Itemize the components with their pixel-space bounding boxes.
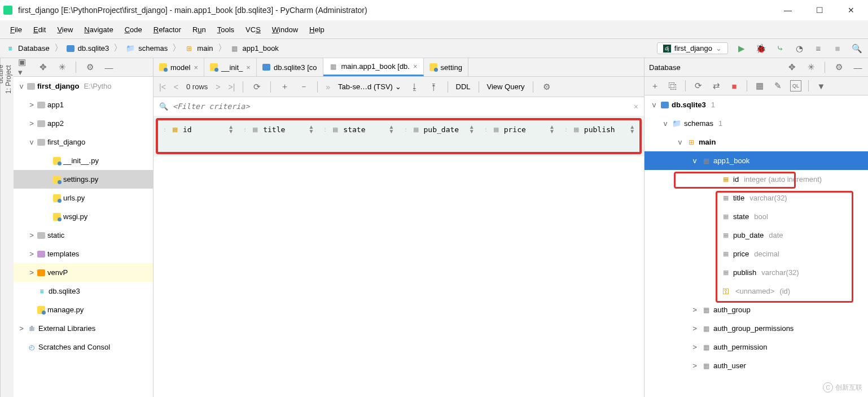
db-column-price[interactable]: pricedecimal bbox=[645, 245, 868, 263]
sort-icon[interactable]: ▲▼ bbox=[228, 125, 234, 134]
tab-setting[interactable]: setting bbox=[424, 58, 468, 76]
ddl-button[interactable]: DDL bbox=[456, 82, 471, 91]
close-tab-icon[interactable]: × bbox=[413, 62, 418, 71]
schemas-node[interactable]: vschemas1 bbox=[645, 114, 868, 133]
menu-code[interactable]: Code bbox=[119, 25, 148, 34]
sort-icon[interactable]: ▲▼ bbox=[389, 125, 394, 134]
stop-button[interactable]: ■ bbox=[832, 43, 843, 54]
edit-button[interactable]: ✎ bbox=[772, 80, 783, 91]
debug-button[interactable]: 🐞 bbox=[755, 43, 766, 54]
project-view-dropdown[interactable]: ▣ ▾ bbox=[18, 62, 29, 73]
tree-node-db-sqlite3[interactable]: db.sqlite3 bbox=[14, 282, 153, 300]
close-button[interactable]: ✕ bbox=[841, 2, 861, 18]
new-datasource-button[interactable]: ＋ bbox=[649, 80, 660, 91]
menu-refactor[interactable]: Refactor bbox=[148, 25, 187, 34]
filter-icon[interactable]: ▼ bbox=[816, 80, 827, 91]
filter-input[interactable] bbox=[173, 102, 629, 111]
menu-edit[interactable]: Edit bbox=[28, 25, 51, 34]
menu-navigate[interactable]: Navigate bbox=[78, 25, 119, 34]
project-root[interactable]: v first_django E:\Pytho bbox=[14, 77, 153, 95]
stop-db-button[interactable]: ■ bbox=[729, 80, 740, 91]
sort-icon[interactable]: ▲▼ bbox=[308, 125, 314, 134]
sort-icon[interactable]: ▲▼ bbox=[469, 125, 475, 134]
settings-gear-icon[interactable]: ⚙ bbox=[84, 62, 95, 73]
crumb-db-sqlite3[interactable]: db.sqlite3〉 bbox=[67, 42, 124, 54]
run-config-dropdown[interactable]: first_django ⌄ bbox=[657, 42, 728, 54]
db-column-id[interactable]: idinteger (auto increment) bbox=[645, 170, 868, 189]
close-tab-icon[interactable]: × bbox=[246, 63, 251, 72]
tab-db-sqlite3-co[interactable]: db.sqlite3 [co bbox=[257, 58, 323, 76]
column-header-state[interactable]: ⋮state▲▼ bbox=[318, 121, 398, 137]
main-schema-node[interactable]: vmain bbox=[645, 133, 868, 151]
db-expand-button[interactable]: ✳ bbox=[805, 62, 817, 73]
gutter-project-tab[interactable]: 1: Project bbox=[5, 63, 12, 392]
db-locate-button[interactable]: ✥ bbox=[786, 62, 797, 73]
db-table-auth_group_permissions[interactable]: >auth_group_permissions bbox=[645, 319, 868, 338]
console-button[interactable]: QL bbox=[790, 80, 801, 91]
remove-row-button[interactable]: － bbox=[298, 81, 309, 93]
tree-node-wsgi-py[interactable]: wsgi.py bbox=[14, 207, 153, 226]
crumb-database[interactable]: Database〉 bbox=[6, 42, 64, 54]
last-row-button[interactable]: >| bbox=[228, 82, 235, 91]
add-row-button[interactable]: ＋ bbox=[279, 81, 290, 93]
column-header-pub_date[interactable]: ⋮pub_date▲▼ bbox=[399, 121, 479, 137]
crumb-app1-book[interactable]: app1_book bbox=[230, 44, 279, 53]
scratches[interactable]: Scratches and Consol bbox=[14, 338, 153, 356]
db-table-auth_permission[interactable]: >auth_permission bbox=[645, 338, 868, 356]
db-column-state[interactable]: statebool bbox=[645, 207, 868, 226]
sync-button[interactable]: ⇄ bbox=[711, 80, 722, 91]
reload-button[interactable]: ⟳ bbox=[251, 81, 262, 93]
hide-panel-button[interactable]: — bbox=[103, 62, 115, 73]
tree-node-static[interactable]: >static bbox=[14, 226, 153, 245]
tree-node-manage-py[interactable]: manage.py bbox=[14, 300, 153, 319]
expand-all-button[interactable]: ✳ bbox=[56, 62, 68, 73]
import-button[interactable]: ⭳ bbox=[409, 81, 420, 93]
tab-__init_[interactable]: __init_× bbox=[204, 58, 257, 76]
menu-view[interactable]: View bbox=[51, 25, 78, 34]
tab-main-app1_book-db-[interactable]: main.app1_book [db.× bbox=[323, 58, 424, 76]
next-row-button[interactable]: > bbox=[216, 82, 220, 91]
maximize-button[interactable]: ☐ bbox=[809, 2, 830, 18]
tree-node-settings-py[interactable]: settings.py bbox=[14, 170, 153, 189]
db-table-auth_group[interactable]: >auth_group bbox=[645, 300, 868, 319]
crumb-schemas[interactable]: schemas〉 bbox=[126, 42, 182, 54]
db-table-auth_user[interactable]: >auth_user bbox=[645, 356, 868, 375]
db-key-unnamed[interactable]: <unnamed>(id) bbox=[645, 282, 868, 300]
tree-node-__init__-py[interactable]: __init__.py bbox=[14, 151, 153, 170]
column-header-id[interactable]: ⋮id▲▼ bbox=[158, 121, 238, 137]
tree-node-app2[interactable]: >app2 bbox=[14, 114, 153, 133]
minimize-button[interactable]: — bbox=[778, 2, 798, 18]
app1-book-table[interactable]: vapp1_book bbox=[645, 151, 868, 170]
menu-vcs[interactable]: VCS bbox=[240, 25, 266, 34]
sort-icon[interactable]: ▲▼ bbox=[549, 125, 555, 134]
tree-node-first_django[interactable]: vfirst_django bbox=[14, 133, 153, 151]
duplicate-button[interactable]: ⿻ bbox=[667, 80, 678, 91]
db-column-pub_date[interactable]: pub_datedate bbox=[645, 226, 868, 245]
menu-run[interactable]: Run bbox=[187, 25, 212, 34]
profile-button[interactable]: ◔ bbox=[794, 43, 805, 54]
sort-icon[interactable]: ▲▼ bbox=[629, 125, 635, 134]
db-hide-button[interactable]: — bbox=[852, 62, 863, 73]
tree-node-app1[interactable]: >app1 bbox=[14, 95, 153, 114]
gutter-structure-tab[interactable]: ucture bbox=[0, 63, 5, 155]
close-tab-icon[interactable]: × bbox=[194, 63, 198, 72]
menu-help[interactable]: Help bbox=[304, 25, 330, 34]
column-header-price[interactable]: ⋮price▲▼ bbox=[479, 121, 559, 137]
column-header-publish[interactable]: ⋮publish▲▼ bbox=[559, 121, 639, 137]
db-root[interactable]: vdb.sqlite31 bbox=[645, 95, 868, 114]
coverage-button[interactable]: ⤷ bbox=[774, 43, 786, 54]
db-settings-gear-icon[interactable]: ⚙ bbox=[833, 62, 844, 73]
column-header-title[interactable]: ⋮title▲▼ bbox=[238, 121, 318, 137]
left-tool-gutter[interactable]: 1: Project ucture bbox=[0, 58, 14, 397]
tree-node-urls-py[interactable]: urls.py bbox=[14, 189, 153, 207]
export-button[interactable]: ⭱ bbox=[428, 81, 440, 93]
first-row-button[interactable]: |< bbox=[159, 82, 166, 91]
search-everywhere-button[interactable]: 🔍 bbox=[851, 43, 862, 54]
locate-button[interactable]: ✥ bbox=[37, 62, 49, 73]
menu-tools[interactable]: Tools bbox=[212, 25, 240, 34]
export-format-dropdown[interactable]: Tab-se…d (TSV) ⌄ bbox=[338, 82, 401, 91]
crumb-main[interactable]: main〉 bbox=[185, 42, 227, 54]
view-query-button[interactable]: View Query bbox=[487, 82, 525, 91]
db-column-title[interactable]: titlevarchar(32) bbox=[645, 189, 868, 207]
view-table-button[interactable]: ▦ bbox=[754, 80, 765, 91]
